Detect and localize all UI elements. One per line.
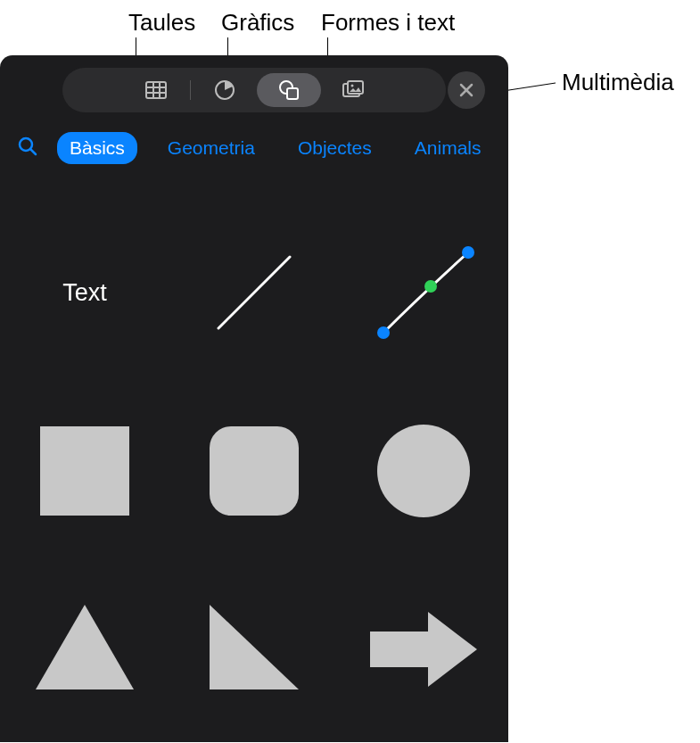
square-icon [36, 422, 134, 520]
callout-shapes-text: Formes i text [321, 9, 455, 37]
media-icon [341, 78, 366, 103]
svg-line-14 [30, 149, 36, 154]
tab-animals[interactable]: Animals [402, 132, 494, 164]
svg-point-18 [424, 280, 437, 293]
tab-objects[interactable]: Objectes [285, 132, 384, 164]
tab-geometry[interactable]: Geometria [155, 132, 268, 164]
shape-curve[interactable] [339, 203, 508, 382]
tab-basics[interactable]: Bàsics [57, 132, 137, 164]
svg-rect-0 [146, 82, 166, 98]
insert-toolbar [62, 68, 446, 112]
divider [190, 80, 191, 100]
shape-square[interactable] [0, 382, 169, 560]
close-icon [459, 83, 474, 97]
shapes-grid: Text [0, 177, 508, 742]
rounded-square-icon [205, 422, 303, 520]
shape-line[interactable] [169, 203, 339, 382]
shape-triangle[interactable] [0, 560, 169, 739]
search-button[interactable] [16, 135, 39, 161]
svg-point-17 [462, 246, 474, 259]
text-shape-label: Text [62, 279, 107, 307]
svg-rect-7 [287, 88, 298, 99]
callout-media: Multimèdia [562, 69, 674, 96]
right-triangle-icon [205, 600, 303, 698]
shapes-button[interactable] [257, 73, 321, 107]
shapes-panel: Bàsics Geometria Objectes Animals Text [0, 55, 508, 742]
svg-point-10 [350, 85, 353, 87]
svg-marker-24 [370, 612, 477, 687]
circle-icon [375, 422, 473, 520]
svg-marker-23 [210, 605, 299, 689]
shape-circle[interactable] [339, 382, 508, 560]
table-icon [144, 78, 169, 103]
arrow-icon [366, 605, 482, 694]
shapes-icon [276, 78, 301, 103]
chart-icon [212, 78, 237, 103]
shape-right-triangle[interactable] [169, 560, 339, 739]
svg-point-16 [377, 326, 390, 339]
svg-rect-20 [210, 426, 299, 516]
line-icon [205, 244, 303, 342]
triangle-icon [31, 600, 138, 698]
shape-rounded-square[interactable] [169, 382, 339, 560]
svg-rect-19 [40, 426, 129, 516]
search-icon [16, 135, 39, 158]
svg-marker-22 [36, 605, 134, 689]
category-tabs: Bàsics Geometria Objectes Animals [0, 112, 508, 177]
svg-line-15 [218, 257, 290, 328]
charts-button[interactable] [193, 73, 257, 107]
curve-icon [366, 235, 482, 351]
svg-point-21 [377, 425, 470, 517]
shape-arrow[interactable] [339, 560, 508, 739]
callout-charts: Gràfics [221, 9, 294, 37]
shape-text[interactable]: Text [0, 203, 169, 382]
close-button[interactable] [448, 71, 485, 109]
callout-tables: Taules [128, 9, 195, 37]
tables-button[interactable] [124, 73, 188, 107]
media-button[interactable] [321, 73, 385, 107]
